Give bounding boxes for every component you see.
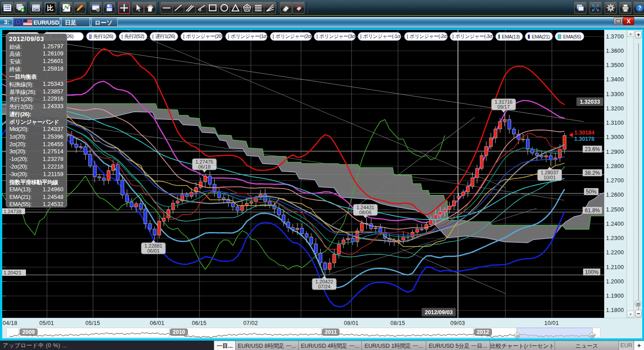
svg-text:50%: 50% [586,189,597,195]
svg-text:1.32033: 1.32033 [580,99,600,105]
svg-text:1.30178: 1.30178 [574,136,594,142]
svg-text:08/06: 08/06 [359,210,372,215]
svg-text:2012/09/03: 2012/09/03 [425,309,453,316]
svg-text:23.6%: 23.6% [585,146,600,152]
svg-text:10/01: 10/01 [543,175,556,180]
svg-text:06/18: 06/18 [198,164,211,169]
svg-text:38.2%: 38.2% [585,170,600,176]
svg-text:06/01: 06/01 [147,248,160,253]
svg-text:1.30184: 1.30184 [574,130,594,136]
svg-text:ALL: ALL [295,4,302,8]
svg-text:比: 比 [47,4,54,12]
svg-text:1.24738: 1.24738 [4,209,21,214]
svg-text:1.20421: 1.20421 [4,270,21,275]
svg-text:Cal: Cal [33,8,38,12]
svg-text:07/24: 07/24 [318,284,330,289]
svg-text:?: ? [638,5,641,11]
svg-text:100%: 100% [585,269,599,275]
svg-text:09/17: 09/17 [497,104,510,110]
svg-text:61.8%: 61.8% [585,207,600,214]
